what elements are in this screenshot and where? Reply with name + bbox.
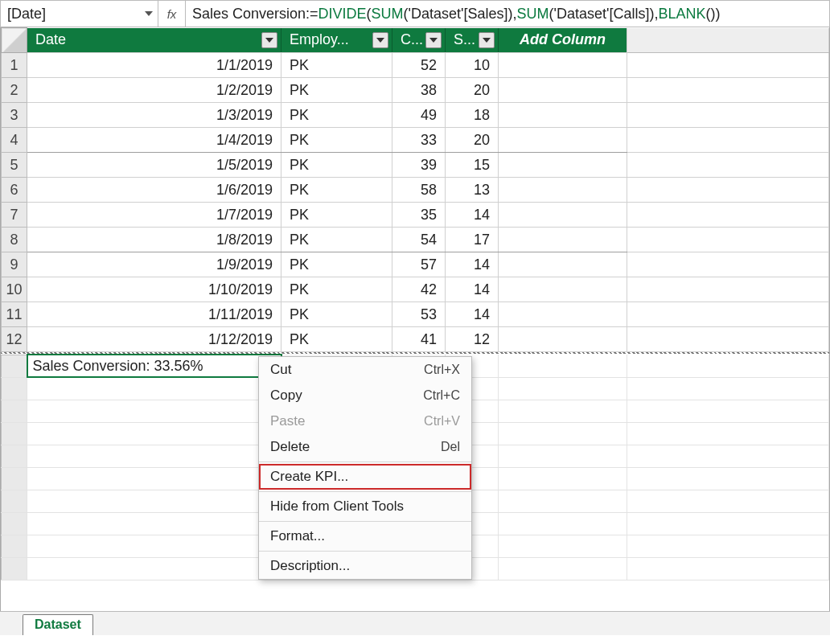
row-header[interactable]: 7 [2, 203, 27, 228]
cell-date[interactable]: 1/1/2019 [27, 53, 281, 78]
cell-add[interactable] [499, 302, 627, 327]
cell-c[interactable]: 42 [392, 277, 446, 302]
menu-item-hide-from-client-tools[interactable]: Hide from Client Tools [259, 494, 471, 519]
cell-date[interactable]: 1/4/2019 [27, 128, 281, 153]
row-header[interactable]: 4 [2, 128, 27, 153]
cell-add[interactable] [499, 228, 627, 252]
cell-add[interactable] [499, 252, 627, 277]
cell-s[interactable]: 20 [446, 128, 499, 153]
cell-c[interactable]: 49 [392, 103, 446, 128]
menu-item-cut[interactable]: CutCtrl+X [259, 357, 471, 383]
row-header[interactable]: 11 [2, 302, 27, 327]
filter-icon[interactable] [372, 32, 388, 48]
cell-c[interactable]: 35 [392, 203, 446, 228]
cell-add[interactable] [499, 128, 627, 153]
menu-item-label: Format... [270, 528, 325, 544]
cell-date[interactable]: 1/5/2019 [27, 153, 281, 178]
row-header[interactable]: 9 [2, 252, 27, 277]
cell-add[interactable] [499, 53, 627, 78]
cell-c[interactable]: 39 [392, 153, 446, 178]
row-header[interactable]: 12 [2, 327, 27, 352]
row-header[interactable]: 10 [2, 277, 27, 302]
cell-add[interactable] [499, 327, 627, 352]
cell-date[interactable]: 1/7/2019 [27, 203, 281, 228]
cell-employ[interactable]: PK [281, 252, 392, 277]
cell-c[interactable]: 52 [392, 53, 446, 78]
cell-s[interactable]: 14 [446, 302, 499, 327]
cell-c[interactable]: 57 [392, 252, 446, 277]
cell-add[interactable] [499, 153, 627, 178]
column-header-date[interactable]: Date [27, 28, 281, 53]
table-row: 71/7/2019PK3514 [2, 203, 829, 228]
formula-input[interactable]: Sales Conversion:=DIVIDE(SUM('Dataset'[S… [186, 1, 829, 27]
filter-icon[interactable] [261, 32, 277, 48]
cell-date[interactable]: 1/6/2019 [27, 178, 281, 203]
filter-icon[interactable] [479, 32, 495, 48]
cell-s[interactable]: 20 [446, 78, 499, 103]
cell-c[interactable]: 41 [392, 327, 446, 352]
cell-s[interactable]: 10 [446, 53, 499, 78]
cell-date[interactable]: 1/11/2019 [27, 302, 281, 327]
column-header-s[interactable]: S... [446, 28, 499, 53]
column-header-employ[interactable]: Employ... [281, 28, 392, 53]
menu-item-delete[interactable]: DeleteDel [259, 434, 471, 460]
cell-employ[interactable]: PK [281, 103, 392, 128]
cell-s[interactable]: 14 [446, 252, 499, 277]
measure-cell-selected[interactable]: Sales Conversion: 33.56% [27, 355, 281, 377]
cell-date[interactable]: 1/12/2019 [27, 327, 281, 352]
fx-icon[interactable]: fx [158, 1, 186, 27]
cell-c[interactable]: 54 [392, 228, 446, 252]
cell-employ[interactable]: PK [281, 53, 392, 78]
sheet-tab-dataset[interactable]: Dataset [23, 614, 93, 635]
cell-date[interactable]: 1/3/2019 [27, 103, 281, 128]
name-box-dropdown-icon[interactable] [143, 8, 154, 19]
cell-add[interactable] [499, 78, 627, 103]
cell-employ[interactable]: PK [281, 78, 392, 103]
row-header[interactable]: 1 [2, 53, 27, 78]
cell-employ[interactable]: PK [281, 153, 392, 178]
cell-employ[interactable]: PK [281, 228, 392, 252]
menu-item-create-kpi[interactable]: Create KPI... [259, 464, 471, 490]
table-row: 21/2/2019PK3820 [2, 78, 829, 103]
column-header-c[interactable]: C... [392, 28, 446, 53]
row-header[interactable]: 6 [2, 178, 27, 203]
row-header[interactable]: 5 [2, 153, 27, 178]
cell-add[interactable] [499, 203, 627, 228]
cell-s[interactable]: 14 [446, 203, 499, 228]
menu-item-copy[interactable]: CopyCtrl+C [259, 383, 471, 408]
row-header[interactable]: 3 [2, 103, 27, 128]
cell-s[interactable]: 12 [446, 327, 499, 352]
cell-add[interactable] [499, 178, 627, 203]
cell-date[interactable]: 1/9/2019 [27, 252, 281, 277]
cell-employ[interactable]: PK [281, 327, 392, 352]
cell-add[interactable] [499, 277, 627, 302]
row-header[interactable]: 8 [2, 228, 27, 252]
cell-s[interactable]: 17 [446, 228, 499, 252]
measure-row-header[interactable] [2, 355, 27, 377]
cell-employ[interactable]: PK [281, 178, 392, 203]
cell-employ[interactable]: PK [281, 128, 392, 153]
select-all-corner[interactable] [2, 28, 27, 53]
cell-c[interactable]: 53 [392, 302, 446, 327]
cell-employ[interactable]: PK [281, 277, 392, 302]
cell-date[interactable]: 1/8/2019 [27, 228, 281, 252]
cell-date[interactable]: 1/2/2019 [27, 78, 281, 103]
filter-icon[interactable] [425, 32, 442, 48]
cell-date[interactable]: 1/10/2019 [27, 277, 281, 302]
cell-employ[interactable]: PK [281, 302, 392, 327]
name-box[interactable]: [Date] [1, 1, 158, 27]
cell-add[interactable] [499, 103, 627, 128]
menu-item-format[interactable]: Format... [259, 523, 471, 549]
row-header[interactable]: 2 [2, 78, 27, 103]
cell-c[interactable]: 58 [392, 178, 446, 203]
cell-c[interactable]: 38 [392, 78, 446, 103]
cell-s[interactable]: 15 [446, 153, 499, 178]
add-column[interactable]: Add Column [499, 28, 627, 53]
cell-s[interactable]: 14 [446, 277, 499, 302]
menu-item-description[interactable]: Description... [259, 553, 471, 579]
cell-employ[interactable]: PK [281, 203, 392, 228]
cell-s[interactable]: 13 [446, 178, 499, 203]
cell-s[interactable]: 18 [446, 103, 499, 128]
menu-item-label: Description... [270, 558, 350, 574]
cell-c[interactable]: 33 [392, 128, 446, 153]
